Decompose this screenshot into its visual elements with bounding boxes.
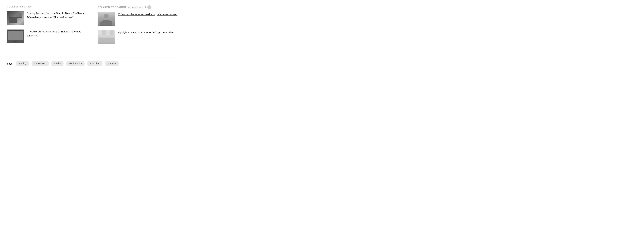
research-item-2: Applying lean startup theory in large en… <box>98 30 180 44</box>
help-icon[interactable]: ? <box>148 5 151 9</box>
tag-funding[interactable]: funding <box>16 61 30 66</box>
related-stories-title: RELATED STORIES <box>7 5 90 8</box>
related-stories-section: RELATED STORIES Startup lessons from the… <box>7 5 90 49</box>
related-research-title: RELATED RESEARCH subscriber content ? <box>98 5 180 9</box>
related-stories-heading: RELATED STORIES <box>7 5 32 8</box>
research-link-2[interactable]: Applying lean startup theory in large en… <box>118 31 175 34</box>
tag-startups[interactable]: startups <box>105 61 119 66</box>
related-research-heading: RELATED RESEARCH <box>98 6 126 9</box>
tags-label: Tags: <box>7 62 14 65</box>
story-text-1: Startup lessons from the Knight News Cha… <box>27 11 90 19</box>
tags-section: Tags: funding investment media saudi ara… <box>7 57 180 66</box>
story-thumbnail-1 <box>7 11 24 25</box>
story-link-1[interactable]: Startup lessons from the Knight News Cha… <box>27 12 85 19</box>
research-link-1[interactable]: Video ups the ante for marketing with us… <box>118 12 178 16</box>
tag-investment[interactable]: investment <box>32 61 49 66</box>
subscriber-label: subscriber content <box>128 6 146 8</box>
story-link-2[interactable]: The $19-billion question: Is Snapchat th… <box>27 30 81 37</box>
related-research-section: RELATED RESEARCH subscriber content ? Vi… <box>98 5 180 49</box>
tag-saudi-arabia[interactable]: saudi arabia <box>66 61 85 66</box>
research-text-1: Video ups the ante for marketing with us… <box>118 12 180 16</box>
research-thumbnail-2 <box>98 30 115 44</box>
tag-snapchat[interactable]: snapchat <box>87 61 102 66</box>
tag-media[interactable]: media <box>51 61 64 66</box>
story-text-2: The $19-billion question: Is Snapchat th… <box>27 29 90 37</box>
story-thumbnail-2 <box>7 29 24 43</box>
research-thumbnail-1 <box>98 12 115 26</box>
sections-wrapper: RELATED STORIES Startup lessons from the… <box>7 5 180 49</box>
research-text-2: Applying lean startup theory in large en… <box>118 30 180 34</box>
story-item-2: The $19-billion question: Is Snapchat th… <box>7 29 90 43</box>
research-item-1: Video ups the ante for marketing with us… <box>98 12 180 26</box>
story-item-1: Startup lessons from the Knight News Cha… <box>7 11 90 25</box>
